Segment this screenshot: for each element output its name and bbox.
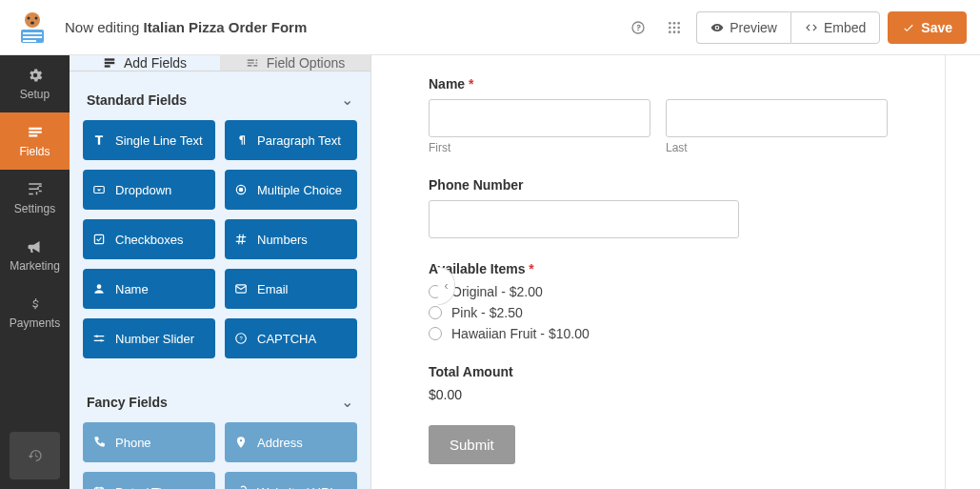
svg-point-2 [35,16,38,19]
captcha-icon: ? [234,332,248,345]
calendar-icon [92,485,106,489]
field-date-time[interactable]: Date / Time [83,472,215,489]
name-label: Name * [429,76,888,92]
apps-grid-icon[interactable] [660,13,689,42]
nav-fields[interactable]: Fields [0,112,70,170]
dropdown-icon [92,183,106,196]
first-sublabel: First [429,141,650,154]
field-checkboxes[interactable]: Checkboxes [83,219,215,259]
pin-icon [234,436,248,449]
field-paragraph-text[interactable]: Paragraph Text [225,120,357,160]
sliders-icon [27,181,44,198]
history-icon [28,448,43,463]
svg-point-27 [100,339,102,341]
form-icon [27,124,44,141]
svg-rect-23 [94,234,103,243]
last-sublabel: Last [666,141,888,154]
svg-point-8 [669,22,671,25]
checkbox-icon [92,233,106,246]
svg-point-14 [669,31,671,33]
items-label: Available Items * [429,261,888,276]
field-numbers[interactable]: Numbers [225,219,357,259]
phone-input[interactable] [429,200,739,238]
email-icon [234,282,248,295]
tab-add-fields[interactable]: Add Fields [70,55,220,71]
link-icon [234,485,248,489]
item-option-2[interactable]: Hawaiian Fruit - $10.00 [429,326,888,341]
eye-icon [710,21,724,34]
field-name[interactable]: Name [83,269,215,309]
add-fields-icon [103,56,116,70]
page-title: Now editing Italian Pizza Order Form [65,19,624,35]
radio-icon [429,306,442,319]
field-address[interactable]: Address [225,422,357,462]
paragraph-icon [234,133,248,147]
svg-point-12 [673,26,676,29]
svg-rect-19 [105,65,110,67]
svg-point-24 [97,284,102,289]
phone-icon [92,436,106,449]
options-icon [246,56,259,70]
gear-icon [27,67,44,84]
save-button[interactable]: Save [888,11,967,44]
svg-point-3 [30,21,34,24]
check-icon [902,21,915,34]
svg-point-9 [673,22,676,25]
first-name-input[interactable] [429,99,650,137]
svg-rect-5 [23,32,42,34]
field-phone[interactable]: Phone [83,422,215,462]
slider-icon [92,332,106,345]
total-value: $0.00 [429,387,888,402]
preview-button[interactable]: Preview [696,11,790,44]
nav-settings[interactable]: Settings [0,170,70,227]
field-number-slider[interactable]: Number Slider [83,318,215,358]
revision-button[interactable] [10,432,60,479]
last-name-input[interactable] [666,99,888,137]
section-fancy-fields[interactable]: Fancy Fields ⌄ [83,389,357,422]
svg-rect-17 [105,58,115,60]
svg-text:?: ? [239,336,243,341]
field-email[interactable]: Email [225,269,357,309]
svg-point-13 [677,26,680,29]
radio-icon [429,327,442,340]
svg-point-0 [25,12,40,28]
dollar-icon [29,295,42,313]
nav-marketing[interactable]: Marketing [0,227,70,284]
svg-rect-7 [23,40,36,42]
text-icon [92,133,106,147]
item-option-0[interactable]: Original - $2.00 [429,284,888,299]
field-website-url[interactable]: Website / URL [225,472,357,489]
svg-point-15 [673,31,676,33]
section-standard-fields[interactable]: Standard Fields ⌄ [83,87,357,120]
svg-point-1 [28,16,30,19]
code-icon [805,21,818,34]
chevron-down-icon: ⌄ [341,91,353,109]
field-dropdown[interactable]: Dropdown [83,170,215,210]
svg-point-11 [669,26,671,29]
svg-rect-6 [23,36,42,38]
field-single-line-text[interactable]: Single Line Text [83,120,215,160]
bullhorn-icon [27,238,44,255]
total-label: Total Amount [429,364,888,379]
svg-rect-18 [105,62,115,64]
app-logo [13,9,51,47]
svg-point-10 [677,22,680,25]
radio-icon [234,183,248,196]
field-captcha[interactable]: ?CAPTCHA [225,318,357,358]
item-option-1[interactable]: Pink - $2.50 [429,305,888,320]
nav-payments[interactable]: Payments [0,284,70,341]
phone-label: Phone Number [429,177,888,193]
chevron-down-icon: ⌄ [341,393,353,411]
embed-button[interactable]: Embed [790,11,880,44]
svg-point-16 [677,31,680,33]
help-icon[interactable] [624,13,652,42]
hash-icon [234,233,248,246]
tab-field-options[interactable]: Field Options [220,55,370,71]
user-icon [92,282,106,295]
nav-setup[interactable]: Setup [0,55,70,112]
submit-button[interactable]: Submit [429,425,515,464]
svg-point-26 [96,336,98,337]
svg-point-22 [239,188,244,193]
field-multiple-choice[interactable]: Multiple Choice [225,170,357,210]
